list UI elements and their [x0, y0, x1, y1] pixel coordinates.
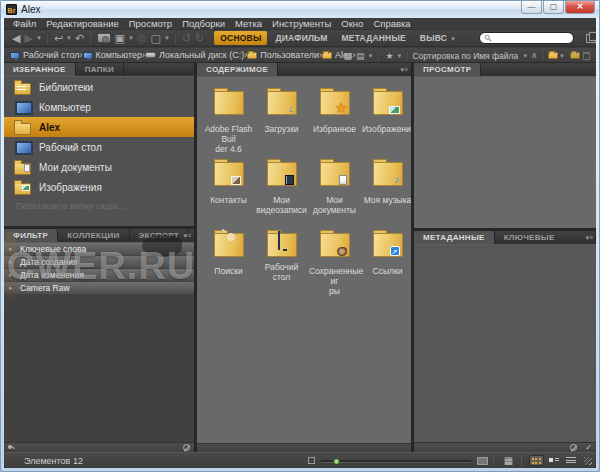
camera-import-icon[interactable]	[98, 34, 109, 42]
slider-knob[interactable]	[333, 458, 340, 465]
smaller-thumbnails-icon[interactable]	[308, 457, 315, 464]
compact-mode-icon[interactable]	[586, 34, 596, 43]
preview-metadata-splitter[interactable]	[414, 228, 596, 231]
back-icon[interactable]: ◀	[12, 31, 20, 46]
delete-trash-icon[interactable]	[583, 52, 590, 60]
output-doc-icon[interactable]: ▢	[151, 31, 161, 46]
horizontal-scrollbar[interactable]	[197, 443, 411, 452]
breadcrumb-item[interactable]: Пользователи	[247, 50, 319, 60]
cancel-metadata-icon[interactable]	[570, 444, 577, 451]
thumbnail-grid-view-icon[interactable]: ▦	[343, 51, 352, 61]
rotate-right-icon[interactable]: ↻	[195, 31, 204, 46]
favorites-item-Изображения[interactable]: Изображения	[4, 177, 194, 197]
view-dropdown-icon[interactable]: ▼	[367, 53, 373, 59]
folder-item[interactable]: Поиски	[203, 227, 254, 298]
folder-item[interactable]: Adobe Flash Buil der 4.6	[203, 85, 254, 156]
panel-menu-icon[interactable]: ▾≡	[400, 66, 408, 74]
resize-grip[interactable]	[584, 457, 592, 465]
forward-icon[interactable]: ▶	[24, 31, 32, 46]
breadcrumb-item[interactable]: Компьютер	[83, 50, 143, 60]
favorites-item-Рабочий стол[interactable]: Рабочий стол	[4, 137, 194, 157]
folder-item[interactable]: ★Избранное	[309, 85, 360, 156]
filter-row-Дата изменения[interactable]: Дата изменения	[4, 269, 194, 281]
output-dropdown-icon[interactable]: ▼	[164, 35, 170, 41]
minimize-button[interactable]: —	[521, 1, 542, 14]
favorites-item-Компьютер[interactable]: Компьютер	[4, 97, 194, 117]
favorites-item-Alex[interactable]: Alex	[4, 117, 194, 137]
folder-item[interactable]: Контакты	[203, 156, 254, 227]
workspace-tab-МЕТАДАННЫЕ[interactable]: МЕТАДАННЫЕ	[335, 31, 411, 45]
breadcrumb-item[interactable]: Локальный диск (C:)	[145, 50, 244, 60]
folder-item[interactable]: ↗Ссылки	[362, 227, 413, 298]
camera-raw-icon[interactable]: ◎	[137, 31, 147, 46]
boomerang-dropdown-icon[interactable]: ▼	[66, 35, 72, 41]
new-folder-icon[interactable]	[570, 52, 580, 59]
tab-МЕТАДАННЫЕ[interactable]: МЕТАДАННЫЕ	[414, 231, 495, 244]
menu-item-Инструменты[interactable]: Инструменты	[267, 18, 336, 29]
menu-item-Редактирование[interactable]: Редактирование	[41, 18, 123, 29]
list-view-button[interactable]	[563, 455, 578, 466]
maximize-button[interactable]: ▢	[543, 1, 564, 14]
favorites-item-Библиотеки[interactable]: Библиотеки	[4, 77, 194, 97]
favorites-filter-splitter[interactable]	[4, 226, 194, 229]
breadcrumb-item[interactable]: Рабочий стол	[10, 50, 80, 60]
folder-item[interactable]: ↓Загрузки	[256, 85, 307, 156]
folder-item[interactable]: Мои видеозаписи	[256, 156, 307, 227]
clear-filter-icon[interactable]	[183, 444, 190, 451]
workspace-dropdown-icon[interactable]: ▼	[448, 36, 456, 42]
search-box[interactable]	[479, 32, 574, 44]
boomerang-recent-icon[interactable]: ↩	[54, 31, 63, 46]
tab-КОЛЛЕКЦИИ[interactable]: КОЛЛЕКЦИИ	[58, 229, 129, 242]
folder-icon: ↓	[267, 91, 297, 115]
workspace-tab-ВЫВС[interactable]: ВЫВС ▼	[414, 31, 463, 45]
tab-preview[interactable]: ПРОСМОТР	[414, 63, 481, 76]
star-dropdown-icon[interactable]: ▼	[397, 53, 403, 59]
right-splitter[interactable]	[411, 63, 414, 452]
folder-item[interactable]: Рабочий стол	[256, 227, 307, 298]
menu-item-Просмотр[interactable]: Просмотр	[124, 18, 177, 29]
refine-stack-icon[interactable]: ▣	[115, 31, 125, 46]
filter-row-Camera Raw[interactable]: Camera Raw	[4, 282, 194, 294]
tab-content[interactable]: СОДЕРЖИМОЕ	[197, 63, 278, 76]
menu-item-Справка[interactable]: Справка	[368, 18, 415, 29]
menu-item-Окно[interactable]: Окно	[336, 18, 368, 29]
sort-ascending-icon[interactable]: ∧	[531, 51, 537, 60]
open-folder-icon[interactable]	[548, 52, 558, 59]
refine-dropdown-icon[interactable]: ▼	[128, 35, 134, 41]
workspace-tab-ОСНОВЫ[interactable]: ОСНОВЫ	[214, 31, 267, 45]
larger-thumbnails-icon[interactable]	[477, 457, 488, 465]
left-splitter[interactable]	[194, 63, 197, 452]
panel-menu-icon[interactable]: ▾≡	[585, 234, 593, 242]
star-filter-icon[interactable]: ★	[385, 51, 393, 61]
detail-view-icon[interactable]: ▤	[356, 51, 365, 61]
details-view-button[interactable]	[546, 455, 561, 466]
filter-row-Дата создания[interactable]: Дата создания	[4, 256, 194, 268]
grid-lock-view-button[interactable]: ▦	[501, 455, 516, 466]
close-button[interactable]: ✕	[565, 1, 595, 14]
return-to-app-icon[interactable]: ↶	[75, 31, 84, 46]
pin-icon[interactable]	[8, 444, 15, 451]
menu-item-Метка[interactable]: Метка	[230, 18, 267, 29]
folder-item[interactable]: Мои документы	[309, 156, 360, 227]
workspace-tab-ДИАФИЛЬМ[interactable]: ДИАФИЛЬМ	[269, 31, 333, 45]
folder-item[interactable]: ♪Моя музыка	[362, 156, 413, 227]
thumbnail-size-slider[interactable]	[321, 457, 471, 465]
tab-ИЗБРАННОЕ[interactable]: ИЗБРАННОЕ	[4, 63, 76, 76]
folder-dropdown-icon[interactable]: ▼	[559, 53, 565, 59]
menu-item-Файл[interactable]: Файл	[8, 18, 41, 29]
menu-item-Подборки[interactable]: Подборки	[177, 18, 230, 29]
sort-dropdown-icon[interactable]: ▼	[522, 53, 528, 59]
title-bar[interactable]: Br Alex — ▢ ✕	[1, 1, 599, 18]
thumbnail-view-button[interactable]	[529, 455, 544, 466]
sort-label[interactable]: Сортировка по Имя файла	[412, 51, 518, 61]
tab-КЛЮЧЕВЫЕ СЛОВА[interactable]: КЛЮЧЕВЫЕ СЛОВА	[495, 231, 596, 244]
search-input[interactable]	[492, 34, 562, 43]
panel-menu-icon[interactable]: ▾≡	[183, 232, 191, 240]
rotate-left-icon[interactable]: ↺	[182, 31, 191, 46]
apply-metadata-icon[interactable]: ✓	[585, 444, 592, 452]
tab-ПАПКИ[interactable]: ПАПКИ	[76, 63, 124, 76]
folder-item[interactable]: Сохраненные иг ры	[309, 227, 360, 298]
favorites-item-Мои документы[interactable]: Мои документы	[4, 157, 194, 177]
history-dropdown-icon[interactable]: ▼	[36, 35, 42, 41]
folder-item[interactable]: Изображения	[362, 85, 413, 156]
